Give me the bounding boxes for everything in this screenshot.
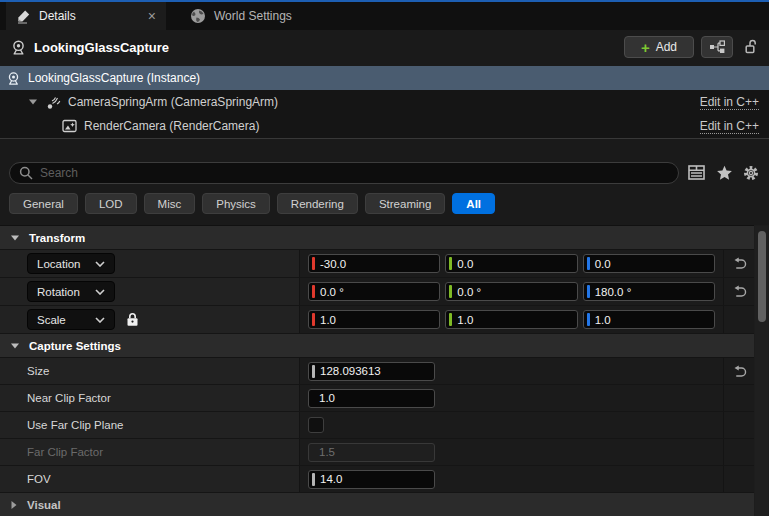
reset-to-default-icon[interactable] (732, 285, 747, 298)
property-label: Near Clip Factor (27, 392, 111, 404)
chevron-down-icon (95, 317, 105, 323)
edit-in-cpp-link[interactable]: Edit in C++ (700, 119, 759, 134)
scale-dropdown[interactable]: Scale (27, 309, 115, 330)
search-icon (19, 166, 33, 180)
scale-z-input[interactable]: 1.0 (583, 310, 715, 329)
hierarchy-icon (709, 40, 726, 54)
tree-row-rendercamera[interactable]: RenderCamera (RenderCamera) Edit in C++ (0, 114, 769, 138)
location-y-input[interactable]: 0.0 (445, 254, 577, 273)
tab-details-label: Details (39, 9, 76, 23)
edit-in-cpp-link[interactable]: Edit in C++ (700, 95, 759, 110)
fov-input[interactable]: 14.0 (308, 470, 435, 489)
property-row-location: Location -30.0 0.0 0.0 (0, 250, 754, 278)
property-row-rotation: Rotation 0.0 ° 0.0 ° 180.0 ° (0, 278, 754, 306)
tab-world-settings-label: World Settings (214, 9, 292, 23)
dropdown-label: Scale (37, 314, 66, 326)
actor-title: LookingGlassCapture (34, 40, 169, 55)
property-row-near-clip-factor: Near Clip Factor 1.0 (0, 385, 754, 412)
size-input[interactable]: 128.093613 (308, 362, 435, 381)
rotation-x-input[interactable]: 0.0 ° (308, 282, 440, 301)
location-z-input[interactable]: 0.0 (583, 254, 715, 273)
details-pencil-icon (16, 9, 31, 24)
section-title: Capture Settings (29, 340, 121, 352)
scrollbar-track[interactable] (755, 226, 768, 516)
scale-x-input[interactable]: 1.0 (308, 310, 440, 329)
rotation-z-input[interactable]: 180.0 ° (583, 282, 715, 301)
property-row-far-clip-factor: Far Clip Factor 1.5 (0, 439, 754, 466)
subobject-hierarchy-button[interactable] (701, 36, 733, 58)
tab-details[interactable]: Details × (6, 2, 166, 30)
unlock-icon (744, 39, 759, 55)
scale-lock-icon[interactable] (126, 312, 139, 327)
section-expanded-caret-icon (10, 234, 20, 242)
reset-to-default-icon[interactable] (732, 365, 747, 378)
scrollbar-thumb[interactable] (758, 231, 766, 322)
rotation-dropdown[interactable]: Rotation (27, 281, 115, 302)
lock-details-button[interactable] (744, 36, 759, 58)
tree-item-label: LookingGlassCapture (Instance) (28, 71, 200, 85)
section-expanded-caret-icon (10, 342, 20, 350)
capture-camera-icon (10, 39, 27, 56)
section-header-transform[interactable]: Transform (0, 226, 754, 250)
add-button-label: Add (656, 40, 677, 54)
near-clip-factor-input[interactable]: 1.0 (308, 389, 435, 408)
search-input[interactable] (40, 166, 669, 180)
filter-rendering[interactable]: Rendering (277, 193, 358, 214)
section-header-visual[interactable]: Visual (0, 493, 754, 516)
display-settings-icon[interactable] (688, 165, 707, 182)
filter-all[interactable]: All (452, 193, 495, 214)
rotation-y-input[interactable]: 0.0 ° (445, 282, 577, 301)
tab-world-settings[interactable]: World Settings (180, 2, 302, 30)
chevron-down-icon (95, 289, 105, 295)
tab-bar: Details × World Settings (0, 2, 769, 30)
property-label: Size (27, 365, 49, 377)
location-dropdown[interactable]: Location (27, 253, 115, 274)
capture-camera-icon (6, 71, 21, 86)
dropdown-label: Location (37, 258, 80, 270)
globe-icon (190, 8, 206, 24)
filter-physics[interactable]: Physics (202, 193, 270, 214)
filter-misc[interactable]: Misc (144, 193, 196, 214)
search-box[interactable] (9, 162, 679, 184)
tree-row-springarm[interactable]: CameraSpringArm (CameraSpringArm) Edit i… (0, 90, 769, 114)
render-camera-icon (62, 119, 77, 133)
far-clip-factor-input: 1.5 (308, 443, 435, 462)
section-header-capture-settings[interactable]: Capture Settings (0, 334, 754, 358)
use-far-clip-plane-checkbox[interactable] (308, 417, 324, 433)
chevron-down-icon (95, 261, 105, 267)
tab-close-icon[interactable]: × (148, 9, 156, 23)
location-x-input[interactable]: -30.0 (308, 254, 440, 273)
component-tree: LookingGlassCapture (Instance) CameraSpr… (0, 64, 769, 158)
spacer (0, 139, 769, 158)
property-row-use-far-clip-plane: Use Far Clip Plane (0, 412, 754, 439)
details-panel: Details × World Settings LookingGlassCap… (0, 0, 769, 516)
actor-header: LookingGlassCapture + Add (0, 30, 769, 64)
add-component-button[interactable]: + Add (624, 36, 694, 58)
property-row-scale: Scale 1.0 1.0 1.0 (0, 306, 754, 334)
property-row-size: Size 128.093613 (0, 358, 754, 385)
property-label: Far Clip Factor (27, 446, 103, 458)
settings-gear-icon[interactable] (742, 164, 760, 182)
reset-to-default-icon[interactable] (732, 257, 747, 270)
section-title: Visual (27, 499, 61, 511)
section-title: Transform (29, 232, 85, 244)
favorites-star-icon[interactable] (716, 165, 733, 181)
property-label: Use Far Clip Plane (27, 419, 124, 431)
plus-icon: + (641, 39, 650, 56)
tree-item-label: CameraSpringArm (CameraSpringArm) (68, 95, 278, 109)
scale-y-input[interactable]: 1.0 (445, 310, 577, 329)
tree-row-instance[interactable]: LookingGlassCapture (Instance) (0, 66, 769, 90)
property-label: FOV (27, 473, 51, 485)
tree-item-label: RenderCamera (RenderCamera) (84, 119, 259, 133)
spring-arm-icon (46, 95, 61, 110)
filter-lod[interactable]: LOD (85, 193, 137, 214)
category-filter-row: General LOD Misc Physics Rendering Strea… (0, 188, 769, 225)
property-row-fov: FOV 14.0 (0, 466, 754, 493)
property-grid: Transform Location -30.0 0.0 0.0 (0, 225, 769, 516)
filter-streaming[interactable]: Streaming (365, 193, 445, 214)
section-collapsed-caret-icon (10, 500, 18, 510)
filter-general[interactable]: General (9, 193, 78, 214)
dropdown-label: Rotation (37, 286, 80, 298)
expand-caret-icon[interactable] (28, 98, 38, 106)
search-row (0, 158, 769, 188)
